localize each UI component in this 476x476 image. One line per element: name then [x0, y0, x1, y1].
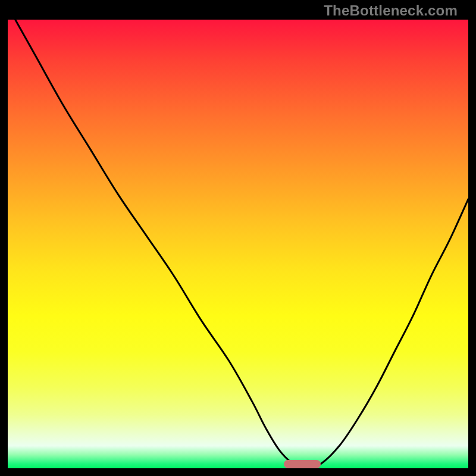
watermark-text: TheBottleneck.com	[324, 2, 458, 19]
bottleneck-curve	[8, 20, 468, 468]
plot-area	[8, 20, 468, 468]
optimal-range-marker	[284, 460, 321, 468]
chart-frame: TheBottleneck.com	[8, 0, 468, 468]
